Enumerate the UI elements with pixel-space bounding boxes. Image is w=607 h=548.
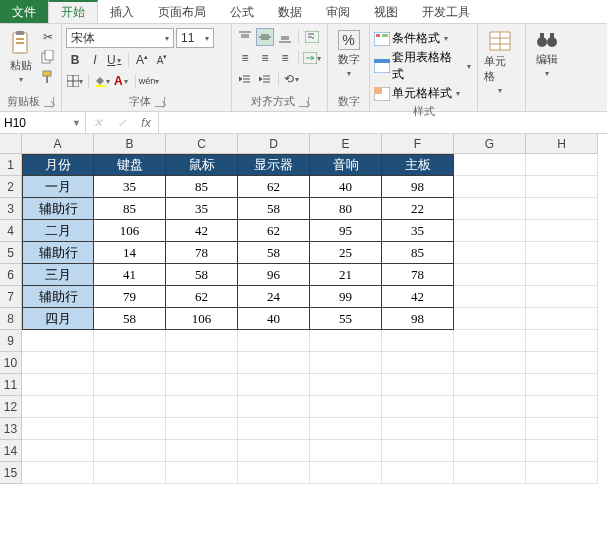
cell[interactable]: 78: [382, 264, 454, 286]
row-header[interactable]: 5: [0, 242, 22, 264]
cell[interactable]: [22, 374, 94, 396]
cell[interactable]: [310, 396, 382, 418]
row-header[interactable]: 8: [0, 308, 22, 330]
font-size-combo[interactable]: 11▾: [176, 28, 214, 48]
cell[interactable]: 85: [166, 176, 238, 198]
cell[interactable]: [382, 462, 454, 484]
cell[interactable]: [454, 352, 526, 374]
conditional-format-button[interactable]: 条件格式▾: [374, 30, 450, 47]
underline-button[interactable]: U▾: [106, 51, 124, 69]
col-header[interactable]: E: [310, 134, 382, 154]
increase-indent-button[interactable]: [256, 70, 274, 88]
tab-review[interactable]: 审阅: [314, 0, 362, 23]
cell[interactable]: [382, 330, 454, 352]
cell[interactable]: [454, 374, 526, 396]
cell[interactable]: 22: [382, 198, 454, 220]
align-middle-button[interactable]: [256, 28, 274, 46]
cut-button[interactable]: ✂: [39, 28, 57, 46]
cell[interactable]: [238, 330, 310, 352]
wrap-text-button[interactable]: [303, 28, 321, 46]
font-name-combo[interactable]: 宋体▾: [66, 28, 174, 48]
align-center-button[interactable]: ≡: [256, 49, 274, 67]
cell[interactable]: 14: [94, 242, 166, 264]
cell[interactable]: 62: [166, 286, 238, 308]
tab-view[interactable]: 视图: [362, 0, 410, 23]
cell[interactable]: 月份: [22, 154, 94, 176]
cell[interactable]: [454, 308, 526, 330]
cell-styles-button[interactable]: 单元格样式▾: [374, 85, 462, 102]
decrease-indent-button[interactable]: [236, 70, 254, 88]
cell[interactable]: [166, 396, 238, 418]
tab-insert[interactable]: 插入: [98, 0, 146, 23]
cell[interactable]: [238, 352, 310, 374]
cell[interactable]: 键盘: [94, 154, 166, 176]
row-header[interactable]: 12: [0, 396, 22, 418]
cell[interactable]: [166, 330, 238, 352]
cell[interactable]: [454, 154, 526, 176]
tab-page-layout[interactable]: 页面布局: [146, 0, 218, 23]
cell[interactable]: [454, 396, 526, 418]
bold-button[interactable]: B: [66, 51, 84, 69]
cell[interactable]: 95: [310, 220, 382, 242]
cell[interactable]: [310, 418, 382, 440]
cell[interactable]: [382, 440, 454, 462]
cell[interactable]: [94, 330, 166, 352]
align-bottom-button[interactable]: [276, 28, 294, 46]
cell[interactable]: [22, 462, 94, 484]
cell[interactable]: 98: [382, 176, 454, 198]
cell[interactable]: 85: [94, 198, 166, 220]
cell[interactable]: [454, 220, 526, 242]
cell[interactable]: [166, 352, 238, 374]
col-header[interactable]: D: [238, 134, 310, 154]
fill-color-button[interactable]: ▾: [93, 72, 111, 90]
cell[interactable]: [454, 330, 526, 352]
cell[interactable]: [526, 220, 598, 242]
formula-input[interactable]: [159, 112, 607, 133]
cell[interactable]: 40: [310, 176, 382, 198]
align-launcher[interactable]: [299, 97, 309, 107]
cell[interactable]: 62: [238, 220, 310, 242]
cell[interactable]: 显示器: [238, 154, 310, 176]
cell[interactable]: [526, 462, 598, 484]
col-header[interactable]: B: [94, 134, 166, 154]
cell[interactable]: [310, 374, 382, 396]
col-header[interactable]: C: [166, 134, 238, 154]
row-header[interactable]: 10: [0, 352, 22, 374]
cell[interactable]: 58: [166, 264, 238, 286]
tab-file[interactable]: 文件: [0, 0, 48, 23]
cell[interactable]: 98: [382, 308, 454, 330]
cell[interactable]: [526, 374, 598, 396]
cell[interactable]: [94, 462, 166, 484]
cell[interactable]: [526, 308, 598, 330]
clipboard-launcher[interactable]: [44, 97, 54, 107]
cell[interactable]: 79: [94, 286, 166, 308]
cell[interactable]: [22, 418, 94, 440]
cell[interactable]: 辅助行: [22, 242, 94, 264]
cell[interactable]: 42: [166, 220, 238, 242]
row-header[interactable]: 3: [0, 198, 22, 220]
cell[interactable]: 辅助行: [22, 286, 94, 308]
border-button[interactable]: ▾: [66, 72, 84, 90]
cell[interactable]: [310, 462, 382, 484]
row-header[interactable]: 14: [0, 440, 22, 462]
cell[interactable]: [526, 242, 598, 264]
table-format-button[interactable]: 套用表格格式▾: [374, 49, 473, 83]
cell[interactable]: 40: [238, 308, 310, 330]
cell[interactable]: [94, 440, 166, 462]
cell[interactable]: [526, 440, 598, 462]
cell[interactable]: 99: [310, 286, 382, 308]
row-header[interactable]: 7: [0, 286, 22, 308]
select-all-corner[interactable]: [0, 134, 22, 154]
align-right-button[interactable]: ≡: [276, 49, 294, 67]
cell[interactable]: 80: [310, 198, 382, 220]
phonetic-button[interactable]: wén▾: [140, 72, 158, 90]
shrink-font-button[interactable]: A▾: [153, 51, 171, 69]
row-header[interactable]: 9: [0, 330, 22, 352]
cell[interactable]: [166, 462, 238, 484]
cell[interactable]: [454, 176, 526, 198]
cell[interactable]: 二月: [22, 220, 94, 242]
italic-button[interactable]: I: [86, 51, 104, 69]
merge-button[interactable]: ▾: [303, 49, 321, 67]
cell[interactable]: 106: [166, 308, 238, 330]
cell[interactable]: 四月: [22, 308, 94, 330]
